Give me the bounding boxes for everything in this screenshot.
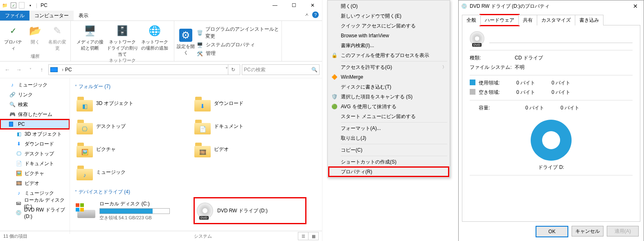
ctx-eject[interactable]: 取り出し(J): [329, 133, 449, 143]
value-used-bytes: 0 バイト: [516, 80, 535, 86]
address-bar[interactable]: › PC ˅ ↻: [48, 64, 240, 75]
cancel-button[interactable]: キャンセル: [572, 226, 603, 236]
ctx-avg-shred[interactable]: 🟢AVG を使用して抹消する: [329, 102, 449, 111]
window-title: PC: [41, 2, 47, 8]
ctx-scan[interactable]: 🛡️選択した項目をスキャンする (S): [329, 92, 449, 102]
group-header-devices[interactable]: ˅デバイスとドライブ (4): [75, 189, 317, 196]
dropdown-icon[interactable]: ▾: [27, 2, 34, 9]
ctx-irfanview[interactable]: Browse with IrfanView: [329, 31, 449, 41]
map-drive-button[interactable]: 🗄️ ネットワーク ドライブの割り当て: [106, 23, 139, 57]
ctx-pin-start[interactable]: スタート メニューにピン留めする: [329, 111, 449, 121]
folder-pictures[interactable]: 🖼️ピクチャ: [75, 139, 185, 160]
tree-item-links[interactable]: 🔗リンク: [0, 90, 70, 100]
ctx-winmerge[interactable]: 🔶WinMerge: [329, 72, 449, 82]
tab-recording[interactable]: 書き込み: [575, 15, 603, 25]
picture-icon: 🖼️: [16, 170, 22, 177]
tree-item-pictures[interactable]: 🖼️ピクチャ: [0, 168, 70, 178]
folder-desktop[interactable]: 🖵デスクトップ: [75, 116, 185, 137]
collapse-ribbon-icon[interactable]: ㅅ: [305, 12, 309, 18]
view-tiles-button[interactable]: ▦: [308, 232, 319, 240]
qat-separator: |: [36, 2, 37, 8]
tab-file[interactable]: ファイル: [0, 11, 29, 20]
tab-sharing[interactable]: 共有: [518, 15, 537, 25]
folder-video[interactable]: 🎞️ビデオ: [193, 139, 302, 160]
tree-item-3dobjects[interactable]: ◧3D オブジェクト: [0, 129, 70, 139]
tab-general[interactable]: 全般: [462, 15, 481, 25]
manage-link[interactable]: 🛠️管理: [197, 50, 279, 57]
properties-button[interactable]: ✓ プロパティ: [3, 23, 23, 51]
media-icon: 🖥️: [83, 24, 97, 37]
checkbox-icon[interactable]: ✓: [11, 2, 16, 8]
folder-icon: 📁: [2, 2, 8, 9]
tree-item-search[interactable]: 🔍検索: [0, 100, 70, 109]
folder-3dobjects[interactable]: ◧3D オブジェクト: [75, 93, 185, 114]
close-button[interactable]: ✕: [627, 0, 644, 12]
search-icon: 🔍: [311, 67, 317, 73]
refresh-button[interactable]: ↻: [228, 65, 238, 75]
list-view: ˅フォルダー (7) ◧3D オブジェクト ⬇ダウンロード 🖵デスクトップ 📄ド…: [70, 78, 322, 234]
tree-item-video[interactable]: 🎞️ビデオ: [0, 178, 70, 188]
tree-item-documents[interactable]: 📄ドキュメント: [0, 159, 70, 168]
folder-music[interactable]: ♪ミュージック: [75, 161, 185, 183]
search-placeholder: PCの検索: [244, 66, 266, 73]
ok-button[interactable]: OK: [536, 226, 568, 237]
folder-icon: 🎞️: [194, 141, 211, 157]
ctx-new-window[interactable]: 新しいウィンドウで開く(E): [329, 11, 449, 21]
forward-button[interactable]: →: [14, 65, 24, 75]
search-input[interactable]: PCの検索 🔍: [242, 64, 320, 75]
video-icon: 🎞️: [16, 180, 22, 186]
tree-item-desktop[interactable]: 🖵デスクトップ: [0, 149, 70, 159]
help-icon[interactable]: ?: [312, 11, 319, 18]
tree-item-dvddrive[interactable]: 💿DVD RW ドライブ (D:): [0, 208, 70, 218]
ctx-vault-search[interactable]: 書庫内検索(I)...: [329, 41, 449, 50]
ctx-shortcut[interactable]: ショートカットの作成(S): [329, 157, 449, 167]
tab-computer[interactable]: コンピューター: [29, 11, 74, 20]
ctx-format[interactable]: フォーマット(A)...: [329, 123, 449, 133]
drive-name-field[interactable]: [489, 34, 633, 43]
tab-hardware[interactable]: ハードウェア: [480, 15, 519, 25]
tree-item-music[interactable]: ♪ミュージック: [0, 80, 70, 90]
drive-localdisk[interactable]: ローカル ディスク (C:) 空き領域 54.1 GB/223 GB: [75, 198, 186, 223]
tree-item-pc[interactable]: PC: [0, 119, 70, 129]
ctx-processes[interactable]: 🔒このファイルを使用するプロセスを表示: [329, 50, 449, 60]
breadcrumb-pc[interactable]: PC: [65, 67, 72, 73]
ctx-copy[interactable]: コピー(C): [329, 145, 449, 155]
view-details-button[interactable]: ☰: [298, 232, 308, 240]
ctx-pin-quick[interactable]: クイック アクセスにピン留めする: [329, 21, 449, 31]
donut-label: ドライブ D:: [470, 164, 633, 171]
blank-page-icon[interactable]: [19, 2, 25, 9]
folder-documents[interactable]: 📄ドキュメント: [193, 116, 302, 137]
ctx-properties[interactable]: プロパティ(R): [329, 167, 449, 177]
media-button[interactable]: 🖥️ メディアの接続と切断: [76, 23, 104, 57]
separator: [341, 61, 447, 61]
apply-button[interactable]: 適用(A): [607, 226, 639, 236]
tab-customize[interactable]: カスタマイズ: [537, 15, 575, 25]
add-location-button[interactable]: 🌐 ネットワークの場所の追加: [140, 23, 169, 57]
ctx-open[interactable]: 開く(O): [329, 1, 449, 11]
minimize-button[interactable]: —: [266, 0, 284, 11]
back-button[interactable]: ←: [2, 65, 12, 75]
tree-item-savedgames[interactable]: 🎮保存したゲーム: [0, 109, 70, 119]
ctx-grant-access[interactable]: アクセスを許可する(G)〉: [329, 62, 449, 72]
group-header-folders[interactable]: ˅フォルダー (7): [75, 83, 317, 90]
chevron-right-icon: ›: [62, 67, 63, 73]
uninstall-programs-link[interactable]: 🗑️プログラムのアンインストールと変更: [197, 26, 279, 40]
open-button[interactable]: 📂 開く: [25, 23, 45, 51]
folder-downloads[interactable]: ⬇ダウンロード: [193, 93, 302, 114]
tab-view[interactable]: 表示: [74, 11, 93, 20]
drive-dvd[interactable]: DVD DVD RW ドライブ (D:): [194, 198, 306, 223]
maximize-button[interactable]: ☐: [284, 0, 303, 11]
desktop-icon: 🖵: [16, 150, 22, 157]
close-button[interactable]: ✕: [303, 0, 322, 11]
properties-dialog: 💿 DVD RW ドライブ (D:)のプロパティ ✕ 全般 ハードウェア 共有 …: [458, 0, 644, 241]
ctx-burn[interactable]: ディスクに書き込む(T): [329, 82, 449, 92]
system-properties-link[interactable]: 🖥️システムのプロパティ: [197, 41, 279, 48]
winmerge-icon: 🔶: [331, 74, 338, 80]
tree-item-downloads[interactable]: ⬇ダウンロード: [0, 139, 70, 149]
up-button[interactable]: ↑: [37, 65, 47, 75]
music-icon: ♪: [16, 190, 22, 196]
settings-button[interactable]: ⚙ 設定を開く: [177, 27, 195, 56]
rename-button[interactable]: ✎ 名前の変更: [47, 23, 68, 51]
recent-button[interactable]: ˅: [25, 65, 35, 75]
dvd-small-icon: 💿: [461, 3, 467, 9]
